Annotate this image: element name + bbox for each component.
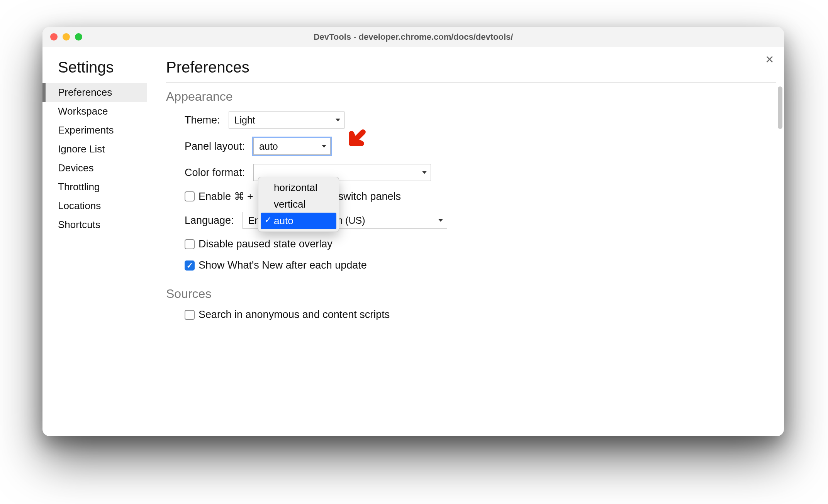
enable-cmd-row: Enable ⌘ + switch panels bbox=[166, 190, 776, 203]
sidebar-item-locations[interactable]: Locations bbox=[42, 196, 147, 215]
show-whats-new-checkbox[interactable] bbox=[185, 260, 195, 271]
close-window-button[interactable] bbox=[50, 33, 58, 41]
dropdown-option-label: auto bbox=[274, 215, 294, 227]
content: ✕ Settings Preferences Workspace Experim… bbox=[42, 47, 784, 436]
dropdown-option-label: vertical bbox=[274, 198, 305, 210]
page-title: Preferences bbox=[166, 59, 776, 76]
close-icon[interactable]: ✕ bbox=[765, 53, 774, 66]
theme-select[interactable]: Light bbox=[229, 112, 344, 129]
panel-layout-select-value: auto bbox=[259, 141, 278, 152]
sidebar-item-label: Devices bbox=[58, 162, 93, 174]
chevron-down-icon bbox=[438, 219, 443, 222]
sidebar-item-label: Ignore List bbox=[58, 143, 105, 155]
theme-select-value: Light bbox=[234, 115, 255, 126]
disable-paused-row: Disable paused state overlay bbox=[166, 238, 776, 250]
search-anon-row: Search in anonymous and content scripts bbox=[166, 309, 776, 321]
sidebar-item-label: Locations bbox=[58, 200, 101, 211]
theme-label: Theme: bbox=[185, 114, 220, 126]
sidebar-item-preferences[interactable]: Preferences bbox=[42, 83, 147, 102]
sidebar-item-label: Throttling bbox=[58, 181, 100, 193]
panel-layout-row: Panel layout: auto bbox=[166, 138, 776, 155]
color-format-row: Color format: bbox=[166, 164, 776, 181]
sidebar-item-ignore-list[interactable]: Ignore List bbox=[42, 140, 147, 159]
dropdown-option-vertical[interactable]: vertical bbox=[261, 196, 336, 213]
panel-layout-dropdown: horizontal vertical auto bbox=[258, 177, 339, 232]
show-whats-new-label: Show What's New after each update bbox=[199, 259, 367, 271]
section-header-appearance: Appearance bbox=[166, 90, 776, 104]
sidebar-item-label: Shortcuts bbox=[58, 219, 100, 230]
zoom-window-button[interactable] bbox=[75, 33, 82, 41]
enable-cmd-checkbox[interactable] bbox=[185, 191, 195, 201]
sidebar-item-throttling[interactable]: Throttling bbox=[42, 178, 147, 196]
enable-cmd-label-prefix: Enable ⌘ + bbox=[199, 190, 253, 203]
enable-cmd-label-suffix: switch panels bbox=[338, 191, 401, 203]
dropdown-option-horizontal[interactable]: horizontal bbox=[261, 179, 336, 196]
sidebar-title: Settings bbox=[42, 59, 147, 83]
search-anon-checkbox[interactable] bbox=[185, 310, 195, 320]
divider bbox=[166, 82, 776, 83]
disable-paused-checkbox[interactable] bbox=[185, 239, 195, 249]
sidebar-item-label: Experiments bbox=[58, 124, 114, 136]
scrollbar[interactable] bbox=[778, 86, 782, 129]
dropdown-option-label: horizontal bbox=[274, 182, 317, 193]
show-whats-new-row: Show What's New after each update bbox=[166, 259, 776, 271]
window: DevTools - developer.chrome.com/docs/dev… bbox=[42, 27, 784, 436]
chevron-down-icon bbox=[336, 119, 340, 122]
sidebar-item-label: Preferences bbox=[58, 86, 112, 98]
language-label: Language: bbox=[185, 215, 234, 227]
search-anon-label: Search in anonymous and content scripts bbox=[199, 309, 390, 321]
window-title: DevTools - developer.chrome.com/docs/dev… bbox=[314, 32, 513, 42]
panel-layout-select[interactable]: auto bbox=[253, 138, 331, 155]
disable-paused-label: Disable paused state overlay bbox=[199, 238, 333, 250]
sidebar-item-experiments[interactable]: Experiments bbox=[42, 121, 147, 140]
titlebar: DevTools - developer.chrome.com/docs/dev… bbox=[42, 27, 784, 47]
sidebar-item-shortcuts[interactable]: Shortcuts bbox=[42, 215, 147, 234]
section-header-sources: Sources bbox=[166, 287, 776, 301]
theme-row: Theme: Light bbox=[166, 112, 776, 129]
sidebar: Settings Preferences Workspace Experimen… bbox=[42, 47, 147, 436]
sidebar-item-label: Workspace bbox=[58, 105, 108, 117]
sidebar-item-devices[interactable]: Devices bbox=[42, 159, 147, 178]
sidebar-item-workspace[interactable]: Workspace bbox=[42, 102, 147, 121]
language-row: Language: English (US) - English (US) bbox=[166, 212, 776, 229]
dropdown-option-auto[interactable]: auto bbox=[261, 213, 336, 229]
chevron-down-icon bbox=[422, 171, 427, 174]
color-format-label: Color format: bbox=[185, 167, 245, 179]
minimize-window-button[interactable] bbox=[63, 33, 70, 41]
preferences-panel: Preferences Appearance Theme: Light Pane… bbox=[147, 47, 784, 436]
panel-layout-label: Panel layout: bbox=[185, 140, 245, 152]
traffic-lights bbox=[50, 33, 82, 41]
chevron-down-icon bbox=[322, 145, 326, 148]
